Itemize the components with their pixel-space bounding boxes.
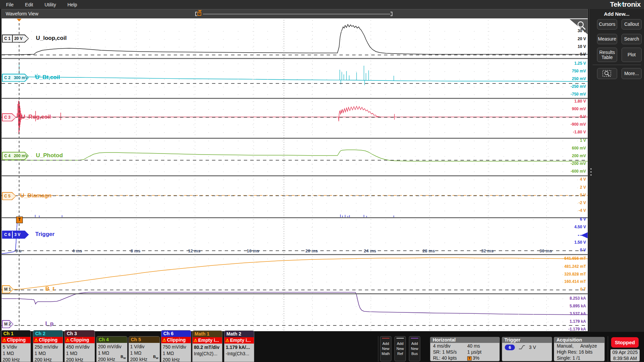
axis-label: 0 V [580,52,586,57]
menu-item-utility[interactable]: Utility [45,2,56,7]
waveform-plot-area[interactable]: 30 V20 V10 V0 VU_loop,coilC 120 V1.25 V7… [1,18,588,331]
menu-item-edit[interactable]: Edit [25,2,33,7]
channel-settings-badge-ch4[interactable]: Ch 4200 mV/div1 MΩ200 kHzBW [96,336,127,362]
clipping-warning: ⚠Clipping [161,337,191,343]
sidepanel-button-cursors[interactable]: Cursors [597,19,617,29]
gridline-horizontal [2,71,587,72]
horizontal-value-left: SR: 1 MS/s [433,349,457,355]
tektronix-logo: Tek∕tronix [610,0,641,8]
channel-badge-c3[interactable]: C 3 [2,113,16,121]
horizontal-value-right: 40 ms [467,343,480,349]
date-text: 09 Apr 2025 [610,349,640,355]
badge-info-line: 1 V/div [130,344,158,350]
gridline-horizontal [2,275,587,275]
channel-settings-badge-ch5[interactable]: Ch 51 V/div1 MΩ200 kHzBW [128,336,160,362]
run-stop-status-button[interactable]: Stopped [611,337,639,348]
menu-bar: FileEditUtilityHelp [0,0,644,9]
gridline-horizontal [2,329,587,330]
zero-reference-line [2,250,587,251]
trigger-position-marker[interactable]: T [198,10,202,16]
menu-item-help[interactable]: Help [67,2,77,7]
add-new-ref-button[interactable]: AddNewRef [394,336,406,361]
channel-badge-m1[interactable]: M 1 [2,285,13,293]
acquisition-row: Manual,Analyze [554,343,604,349]
channel-badge-c6[interactable]: C 63 V [2,231,29,239]
badge-info: 1.179 kA/...-Intg(Ch3... [224,344,254,362]
badge-info-line: 1 MΩ [35,350,61,357]
gridline-horizontal [2,102,587,102]
badge-info-line: 1.179 kA/... [226,344,253,351]
channel-badge-c4[interactable]: C 4200 mV [2,152,29,160]
trigger-source-badge[interactable]: T [16,217,23,223]
sidepanel-button-plot[interactable]: Plot [622,48,642,62]
channel-badge-c1[interactable]: C 120 V [2,35,29,43]
gridline-vertical [488,19,488,330]
axis-label: 4.50 V [574,225,586,229]
axis-label: 0 T [580,287,586,292]
horizontal-panel[interactable]: Horizontal4 ms/div40 msSR: 1 MS/s1 µs/pt… [430,337,500,361]
badge-header: Ch 5 [129,337,160,343]
gridline-vertical [371,19,371,330]
trigger-panel[interactable]: Trigger63 V [502,337,552,361]
zero-reference-line [2,325,587,326]
acquisition-row: Single: 1 /1 [554,355,604,361]
badge-body: C 63 V [3,231,29,238]
logo-text-right: tronix [622,0,641,8]
trigger-time-line [19,19,19,330]
panel-resize-handle[interactable] [590,167,592,177]
channel-settings-badge-ch2[interactable]: Ch 2⚠Clipping250 mV/div1 MΩ200 kHzBW [33,330,63,362]
channel-settings-badge-math1[interactable]: Math 1⚠Empty i...80.2 mT/divIntg(Ch2)... [192,330,222,362]
divider [378,336,378,362]
badge-body: C 2300 mV [3,74,29,81]
add-new-math-button[interactable]: AddNewMath [380,336,391,361]
add-new-bus-button[interactable]: AddNewBus [409,336,420,361]
gridline-horizontal [2,148,587,149]
menu-item-file[interactable]: File [6,2,14,7]
badge-body: C 4200 mV [3,153,29,160]
sidepanel-button-results-table[interactable]: Results Table [597,48,617,62]
zoom-select-button[interactable] [597,68,617,79]
time-axis-label: 28 ms [421,248,437,253]
horizontal-value-text: 40 ms [467,343,480,349]
badge-info-line: 450 mV/div [66,344,93,350]
trigger-time-indicator-icon[interactable] [17,19,21,21]
record-view-bar[interactable] [203,14,390,14]
time-axis-label: 32 ms [479,248,495,253]
label-line: Add [395,341,406,346]
horizontal-value-left: RL: 40 kpts [433,355,457,361]
channel-settings-badge-ch6[interactable]: Ch 6⚠Clipping750 mV/div1 MΩ200 kHzBW [161,330,191,362]
channel-badge-c5[interactable]: C 5 [2,192,16,200]
acquisition-panel[interactable]: AcquisitionManual,AnalyzeHigh Res: 16 bi… [554,337,605,361]
waveform-view-titlebar[interactable]: Waveform View T [1,9,588,18]
channel-settings-badge-math2[interactable]: Math 2⚠Empty i...1.179 kA/...-Intg(Ch3..… [224,330,254,362]
sidepanel-button-search[interactable]: Search [622,34,642,44]
gridline-horizontal [2,220,587,220]
trace-c2-spikes [19,62,394,85]
axis-label: 4 V [580,177,586,182]
trace-m1 [2,258,588,290]
badge-body: M 2 [3,321,13,328]
sidepanel-button-measure[interactable]: Measure [597,34,617,44]
more-button[interactable]: More... [622,68,642,79]
channel-settings-badge-ch3[interactable]: Ch 3⚠Clipping450 mV/div1 MΩ200 kHzBW [64,330,95,362]
gridline-horizontal [2,164,587,164]
time-axis-label: 4 ms [69,248,85,253]
label-line: New [409,346,420,351]
axis-label: 1 V [580,138,586,143]
zero-reference-line [2,290,587,290]
badge-id: C 6 [3,231,12,238]
gridline-horizontal [2,47,587,47]
channel-settings-badge-ch1[interactable]: Ch 1⚠Clipping5 V/div1 MΩ200 kHzBW [1,330,31,362]
sidepanel-button-callout[interactable]: Callout [622,19,642,29]
horizontal-value-text: 3% [473,355,479,361]
clipping-warning: ⚠Empty i... [193,337,222,344]
horizontal-value-right: T3% [467,355,479,361]
badge-id: C 4 [3,153,12,160]
label-line: Add [380,341,391,346]
time-axis-label: 20 ms [304,248,320,253]
channel-badge-c2[interactable]: C 2300 mV [2,74,29,82]
horizontal-row: 4 ms/div40 ms [430,343,499,349]
channel-badge-m2[interactable]: M 2 [2,320,13,328]
label-line: Bus [409,351,420,356]
gridline-horizontal [2,282,587,282]
